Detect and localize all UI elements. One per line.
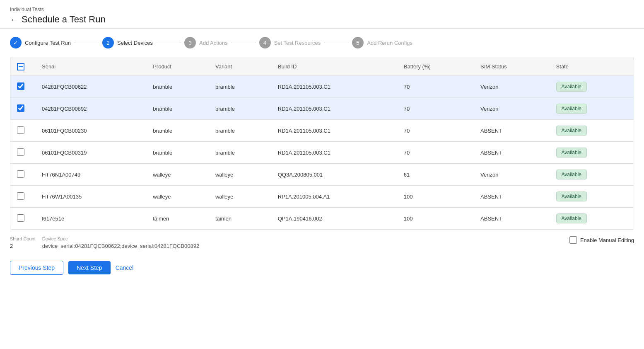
variant-header: Variant: [209, 57, 271, 76]
row-product: walleye: [146, 164, 209, 186]
row-battery: 100: [397, 208, 474, 230]
row-checkbox-cell[interactable]: [10, 142, 35, 164]
row-build_id: RD1A.201105.003.C1: [271, 76, 397, 98]
state-badge: Available: [556, 213, 587, 223]
step-3-number: 3: [188, 40, 191, 46]
back-button[interactable]: ←: [10, 15, 18, 24]
row-2-checkbox[interactable]: [17, 104, 24, 112]
row-variant: bramble: [209, 76, 271, 98]
row-5-checkbox[interactable]: [17, 170, 24, 178]
row-checkbox-cell[interactable]: [10, 208, 35, 230]
row-state: Available: [550, 164, 634, 186]
cancel-button[interactable]: Cancel: [116, 264, 134, 271]
table-row: 04281FQCB00622bramblebrambleRD1A.201105.…: [10, 76, 634, 98]
table-row: 06101FQCB00319bramblebrambleRD1A.201105.…: [10, 142, 634, 164]
row-variant: walleye: [209, 164, 271, 186]
state-badge: Available: [556, 191, 587, 201]
step-5-label: Add Rerun Configs: [367, 40, 412, 46]
row-sim_status: ABSENT: [474, 120, 550, 142]
row-product: walleye: [146, 186, 209, 208]
table-row: HT76W1A00135walleyewalleyeRP1A.201005.00…: [10, 186, 634, 208]
enable-manual-editing-label[interactable]: Enable Manual Editing: [580, 237, 634, 243]
row-product: bramble: [146, 76, 209, 98]
step-connector-1: [74, 43, 99, 43]
step-4: 4 Set Test Resources: [259, 37, 321, 48]
row-state: Available: [550, 142, 634, 164]
row-checkbox-cell[interactable]: [10, 120, 35, 142]
row-checkbox-cell[interactable]: [10, 98, 35, 120]
step-1-label: Configure Test Run: [25, 40, 71, 46]
row-product: bramble: [146, 120, 209, 142]
step-4-number: 4: [263, 40, 266, 46]
row-sim_status: ABSENT: [474, 208, 550, 230]
row-checkbox-cell[interactable]: [10, 164, 35, 186]
stepper: ✓ Configure Test Run 2 Select Devices 3 …: [0, 29, 644, 57]
row-battery: 70: [397, 120, 474, 142]
row-variant: walleye: [209, 186, 271, 208]
next-step-button[interactable]: Next Step: [68, 261, 110, 274]
row-product: bramble: [146, 98, 209, 120]
row-build_id: RD1A.201105.003.C1: [271, 142, 397, 164]
row-4-checkbox[interactable]: [17, 148, 24, 156]
battery-header: Battery (%): [397, 57, 474, 76]
step-5-circle: 5: [352, 37, 364, 48]
step-4-label: Set Test Resources: [274, 40, 321, 46]
state-badge: Available: [556, 148, 587, 158]
row-variant: bramble: [209, 142, 271, 164]
row-build_id: QP1A.190416.002: [271, 208, 397, 230]
row-sim_status: ABSENT: [474, 186, 550, 208]
step-connector-4: [324, 43, 349, 43]
row-sim_status: Verizon: [474, 164, 550, 186]
row-checkbox-cell[interactable]: [10, 76, 35, 98]
build-id-header: Build ID: [271, 57, 397, 76]
select-all-header[interactable]: [10, 57, 35, 76]
row-variant: bramble: [209, 98, 271, 120]
row-state: Available: [550, 186, 634, 208]
row-build_id: RD1A.201105.003.C1: [271, 120, 397, 142]
row-build_id: RD1A.201105.003.C1: [271, 98, 397, 120]
device-table: Serial Product Variant Build ID Battery …: [10, 57, 634, 229]
device-spec-group: Device Spec device_serial:04281FQCB00622…: [42, 236, 563, 249]
step-3-circle: 3: [184, 37, 196, 48]
bottom-section: Shard Count 2 Device Spec device_serial:…: [0, 230, 644, 256]
row-variant: bramble: [209, 120, 271, 142]
row-state: Available: [550, 120, 634, 142]
state-badge: Available: [556, 104, 587, 114]
row-6-checkbox[interactable]: [17, 192, 24, 200]
row-build_id: RP1A.201005.004.A1: [271, 186, 397, 208]
table-row: f617e51etaimentaimenQP1A.190416.002100AB…: [10, 208, 634, 230]
enable-manual-editing-checkbox[interactable]: [569, 236, 577, 244]
page-header: Individual Tests ← Schedule a Test Run: [0, 0, 644, 29]
sim-status-header: SIM Status: [474, 57, 550, 76]
row-battery: 100: [397, 186, 474, 208]
table-row: 06101FQCB00230bramblebrambleRD1A.201105.…: [10, 120, 634, 142]
select-all-checkbox[interactable]: [17, 63, 24, 70]
step-2-number: 2: [106, 40, 109, 46]
shard-count-group: Shard Count 2: [10, 236, 36, 249]
step-2: 2 Select Devices: [102, 37, 153, 48]
row-serial: 06101FQCB00230: [35, 120, 146, 142]
previous-step-button[interactable]: Previous Step: [10, 261, 63, 275]
row-3-checkbox[interactable]: [17, 126, 24, 134]
row-serial: 04281FQCB00892: [35, 98, 146, 120]
state-header: State: [550, 57, 634, 76]
breadcrumb: Individual Tests: [10, 7, 634, 12]
product-header: Product: [146, 57, 209, 76]
step-1-circle: ✓: [10, 37, 22, 48]
step-3: 3 Add Actions: [184, 37, 228, 48]
row-serial: HT76N1A00749: [35, 164, 146, 186]
row-checkbox-cell[interactable]: [10, 186, 35, 208]
row-1-checkbox[interactable]: [17, 82, 24, 90]
table-row: 04281FQCB00892bramblebrambleRD1A.201105.…: [10, 98, 634, 120]
serial-header: Serial: [35, 57, 146, 76]
row-7-checkbox[interactable]: [17, 214, 24, 222]
step-2-circle: 2: [102, 37, 114, 48]
row-sim_status: Verizon: [474, 98, 550, 120]
step-4-circle: 4: [259, 37, 271, 48]
row-serial: 04281FQCB00622: [35, 76, 146, 98]
step-connector-3: [231, 43, 256, 43]
row-sim_status: ABSENT: [474, 142, 550, 164]
row-serial: f617e51e: [35, 208, 146, 230]
row-product: bramble: [146, 142, 209, 164]
row-battery: 70: [397, 98, 474, 120]
